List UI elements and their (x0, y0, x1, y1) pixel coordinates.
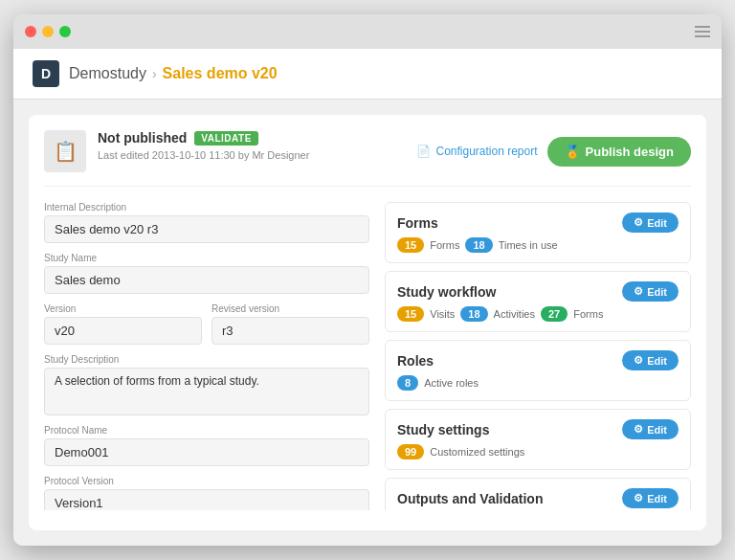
status-right: 📄 Configuration report 🏅 Publish design (416, 137, 691, 167)
minimize-button[interactable] (42, 26, 54, 37)
section-study-settings-tags: 99Customized settings (397, 444, 679, 459)
publish-icon: 🏅 (565, 145, 580, 159)
section-study-workflow-title: Study workflow (397, 284, 496, 300)
protocol-name-group: Protocol Name Demo001 (44, 425, 369, 466)
tag-label: Activities (494, 308, 535, 320)
section-study-settings-title: Study settings (397, 422, 489, 437)
edit-icon: ⚙ (634, 423, 643, 436)
protocol-name-label: Protocol Name (44, 425, 369, 436)
status-left: 📋 Not published VALIDATE Last edited 201… (44, 130, 309, 172)
study-desc-input[interactable]: A selection of forms from a typical stud… (44, 368, 369, 415)
inner-card: 📋 Not published VALIDATE Last edited 201… (29, 115, 706, 530)
left-panel: Internal Description Sales demo v20 r3 S… (44, 202, 369, 510)
status-bar: 📋 Not published VALIDATE Last edited 201… (44, 130, 691, 187)
tag-label: Customized settings (430, 446, 524, 458)
tag-badge: 15 (397, 237, 424, 253)
section-roles-edit-button[interactable]: ⚙ Edit (622, 350, 679, 370)
section-forms-tags: 15Forms18Times in use (397, 237, 679, 253)
tag-label: Forms (573, 308, 603, 320)
section-study-settings-edit-button[interactable]: ⚙ Edit (622, 419, 679, 439)
traffic-lights (25, 26, 71, 37)
revised-version-input[interactable]: r3 (212, 317, 369, 345)
protocol-name-input[interactable]: Demo001 (44, 438, 369, 466)
section-study-workflow-header: Study workflow⚙ Edit (397, 281, 679, 302)
section-roles: Roles⚙ Edit8Active roles (385, 340, 691, 401)
main-content: Internal Description Sales demo v20 r3 S… (44, 202, 691, 510)
tag-badge: 8 (397, 375, 418, 391)
org-name[interactable]: Demostudy (69, 65, 146, 82)
nav-bar: D Demostudy › Sales demo v20 (13, 49, 722, 100)
study-name-label: Study Name (44, 253, 369, 263)
version-group: Version v20 (44, 303, 202, 345)
study-desc-label: Study Description (44, 354, 369, 365)
section-roles-title: Roles (397, 353, 434, 369)
study-name[interactable]: Sales demo v20 (163, 65, 278, 82)
version-label: Version (44, 303, 202, 314)
main-window: D Demostudy › Sales demo v20 📋 Not publi… (13, 14, 722, 546)
tag-badge: 18 (465, 237, 492, 253)
maximize-button[interactable] (59, 26, 71, 37)
section-roles-tags: 8Active roles (397, 375, 679, 391)
tag-badge: 99 (397, 444, 424, 459)
section-forms-title: Forms (397, 215, 438, 231)
protocol-version-input[interactable]: Version1 (44, 489, 369, 510)
study-name-group: Study Name Sales demo (44, 253, 369, 294)
validate-badge[interactable]: VALIDATE (194, 131, 258, 146)
tag-label: Visits (430, 308, 455, 320)
section-study-settings: Study settings⚙ Edit99Customized setting… (385, 409, 691, 470)
study-desc-group: Study Description A selection of forms f… (44, 354, 369, 415)
protocol-version-group: Protocol Version Version1 (44, 476, 369, 510)
section-outputs-validation-header: Outputs and Validation⚙ Edit (397, 488, 679, 508)
tag-label: Active roles (424, 377, 479, 389)
published-status: Not published (98, 130, 187, 146)
section-study-workflow: Study workflow⚙ Edit15Visits18Activities… (385, 271, 691, 332)
edit-icon: ⚙ (634, 354, 643, 367)
protocol-version-label: Protocol Version (44, 476, 369, 486)
right-panel: Forms⚙ Edit15Forms18Times in useStudy wo… (385, 202, 691, 510)
breadcrumb-arrow: › (152, 66, 157, 81)
section-study-workflow-tags: 15Visits18Activities27Forms (397, 306, 679, 322)
tag-label: Forms (430, 239, 459, 251)
close-button[interactable] (25, 26, 36, 37)
revised-version-group: Revised version r3 (212, 303, 369, 345)
edit-icon: ⚙ (634, 216, 643, 229)
status-meta: Last edited 2013-10-10 11:30 by Mr Desig… (98, 149, 309, 161)
section-forms-header: Forms⚙ Edit (397, 213, 679, 233)
internal-desc-group: Internal Description Sales demo v20 r3 (44, 202, 369, 243)
section-study-workflow-edit-button[interactable]: ⚙ Edit (622, 281, 679, 302)
internal-desc-label: Internal Description (44, 202, 369, 213)
tag-badge: 15 (397, 306, 424, 322)
section-outputs-validation-edit-button[interactable]: ⚙ Edit (622, 488, 679, 508)
section-outputs-validation-title: Outputs and Validation (397, 491, 543, 506)
tag-label: Times in use (499, 239, 558, 251)
edit-icon: ⚙ (634, 285, 643, 298)
logo: D (33, 60, 59, 87)
publish-button[interactable]: 🏅 Publish design (547, 137, 691, 167)
content-area: 📋 Not published VALIDATE Last edited 201… (13, 100, 722, 546)
title-bar (13, 14, 722, 49)
revised-version-label: Revised version (212, 303, 369, 314)
section-outputs-validation: Outputs and Validation⚙ Edit10Edit check… (385, 478, 691, 510)
section-study-settings-header: Study settings⚙ Edit (397, 419, 679, 439)
section-roles-header: Roles⚙ Edit (397, 350, 679, 370)
study-name-input[interactable]: Sales demo (44, 266, 369, 294)
tag-badge: 27 (541, 306, 568, 322)
version-input[interactable]: v20 (44, 317, 202, 345)
status-title-row: Not published VALIDATE (98, 130, 309, 146)
status-icon: 📋 (44, 130, 86, 172)
section-forms-edit-button[interactable]: ⚙ Edit (622, 213, 679, 233)
section-forms: Forms⚙ Edit15Forms18Times in use (385, 202, 691, 263)
version-row: Version v20 Revised version r3 (44, 303, 369, 345)
edit-icon: ⚙ (634, 492, 643, 504)
tag-badge: 18 (460, 306, 487, 322)
status-info: Not published VALIDATE Last edited 2013-… (98, 130, 309, 161)
menu-icon[interactable] (695, 26, 710, 37)
internal-desc-input[interactable]: Sales demo v20 r3 (44, 215, 369, 243)
config-report-link[interactable]: 📄 Configuration report (416, 145, 537, 158)
report-icon: 📄 (416, 145, 431, 158)
breadcrumb: Demostudy › Sales demo v20 (69, 65, 278, 82)
